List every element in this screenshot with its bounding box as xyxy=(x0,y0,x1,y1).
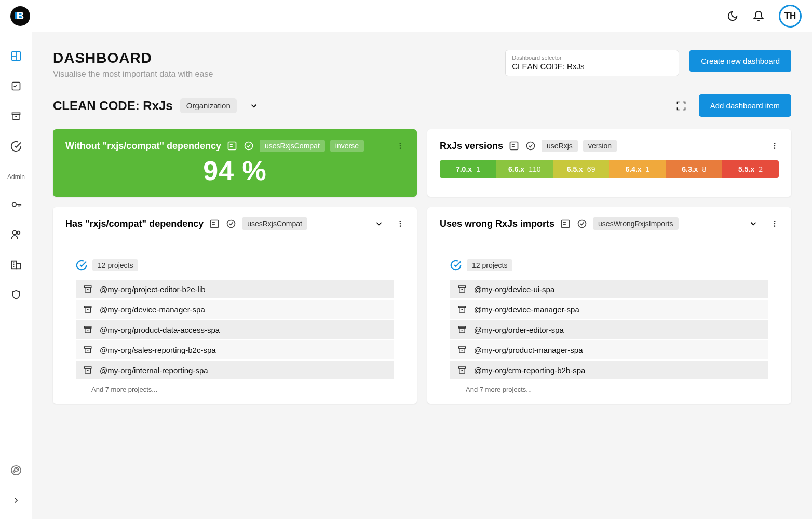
version-segment[interactable]: 6.5.x69 xyxy=(553,160,610,178)
list-icon xyxy=(226,140,238,152)
tag: inverse xyxy=(330,140,364,152)
nav-wrench-icon[interactable] xyxy=(8,462,24,479)
version-segment[interactable]: 5.5.x2 xyxy=(722,160,779,178)
svg-point-19 xyxy=(245,142,252,150)
svg-point-55 xyxy=(578,220,586,228)
scope-dropdown-icon[interactable] xyxy=(249,101,259,111)
user-avatar[interactable]: TH xyxy=(779,5,802,28)
header-row: DASHBOARD Visualise the most important d… xyxy=(53,50,791,79)
project-item[interactable]: @my-org/internal-reporting-spa xyxy=(76,361,394,379)
card-menu-icon[interactable] xyxy=(770,141,779,151)
tag: version xyxy=(583,140,617,152)
title-right: Add dashboard item xyxy=(676,94,791,117)
project-list: @my-org/device-ui-spa@my-org/device-mana… xyxy=(450,280,768,379)
check-circle-icon xyxy=(525,140,536,152)
archive-icon xyxy=(83,345,92,354)
svg-rect-23 xyxy=(510,142,518,150)
nav-dashboard-icon[interactable] xyxy=(8,48,24,64)
selector-label: Dashboard selector xyxy=(512,54,672,61)
version-segment[interactable]: 6.3.x8 xyxy=(666,160,722,178)
nav-check-circle-icon[interactable] xyxy=(8,138,24,155)
version-segment[interactable]: 7.0.x1 xyxy=(440,160,496,178)
sidebar-expand-icon[interactable] xyxy=(8,492,24,509)
project-item[interactable]: @my-org/product-manager-spa xyxy=(450,340,768,359)
main-content: DASHBOARD Visualise the most important d… xyxy=(32,32,812,519)
card-menu-icon[interactable] xyxy=(396,141,404,151)
archive-icon xyxy=(457,345,467,354)
check-circle-icon xyxy=(243,140,254,152)
svg-point-8 xyxy=(13,231,17,235)
project-item[interactable]: @my-org/order-editor-spa xyxy=(450,320,768,339)
card-title: Has "rxjs/compat" dependency xyxy=(65,218,204,229)
nav-checklist-icon[interactable] xyxy=(8,78,24,94)
archive-icon xyxy=(83,284,92,294)
fullscreen-icon[interactable] xyxy=(676,101,686,111)
create-dashboard-button[interactable]: Create new dashboard xyxy=(689,50,791,72)
scope-chip: Organization xyxy=(180,98,237,113)
card-without-compat: Without "rxjs/compat" dependency usesRxj… xyxy=(53,129,417,197)
card-header: Without "rxjs/compat" dependency usesRxj… xyxy=(65,140,404,152)
version-label: 6.3.x xyxy=(682,165,698,173)
svg-point-57 xyxy=(774,223,776,225)
project-name: @my-org/internal-reporting-spa xyxy=(100,366,208,375)
card-header: Has "rxjs/compat" dependency usesRxjsCom… xyxy=(65,217,404,230)
project-name: @my-org/crm-reporting-b2b-spa xyxy=(474,366,585,375)
project-item[interactable]: @my-org/sales-reporting-b2c-spa xyxy=(76,340,394,359)
version-label: 5.5.x xyxy=(738,165,754,173)
logo-letter: B xyxy=(17,10,24,22)
version-count: 69 xyxy=(587,165,596,173)
nav-archive-icon[interactable] xyxy=(8,108,24,125)
version-segment[interactable]: 6.6.x110 xyxy=(496,160,553,178)
project-count-row: 12 projects xyxy=(76,259,394,271)
nav-shield-icon[interactable] xyxy=(8,286,24,303)
chevron-down-icon[interactable] xyxy=(374,219,384,228)
project-list: @my-org/project-editor-b2e-lib@my-org/de… xyxy=(76,280,394,379)
page-subtitle: Visualise the most important data with e… xyxy=(53,70,213,79)
project-item[interactable]: @my-org/project-editor-b2e-lib xyxy=(76,280,394,298)
version-label: 6.4.x xyxy=(625,165,641,173)
version-segment[interactable]: 6.4.x1 xyxy=(609,160,666,178)
card-rxjs-versions: RxJs versions useRxjs version 7.0.x16.6.… xyxy=(427,129,791,197)
percentage-value: 94 % xyxy=(65,155,404,186)
avatar-initials: TH xyxy=(784,11,796,21)
nav-users-icon[interactable] xyxy=(8,226,24,243)
archive-icon xyxy=(83,365,92,375)
version-bar: 7.0.x16.6.x1106.5.x696.4.x16.3.x85.5.x2 xyxy=(440,160,779,178)
dashboard-selector[interactable]: Dashboard selector CLEAN CODE: RxJs xyxy=(505,50,679,76)
project-item[interactable]: @my-org/device-manager-spa xyxy=(76,300,394,319)
project-item[interactable]: @my-org/device-ui-spa xyxy=(450,280,768,298)
chevron-down-icon[interactable] xyxy=(749,219,758,228)
nav-building-icon[interactable] xyxy=(8,256,24,273)
page-title: DASHBOARD xyxy=(53,50,213,66)
list-icon xyxy=(560,218,571,229)
project-name: @my-org/device-manager-spa xyxy=(474,305,579,314)
svg-rect-52 xyxy=(562,220,570,228)
card-menu-icon[interactable] xyxy=(396,218,404,229)
app-logo[interactable]: B xyxy=(10,6,30,26)
project-name: @my-org/product-data-access-spa xyxy=(100,325,220,334)
svg-rect-11 xyxy=(17,263,20,269)
check-circle-icon xyxy=(576,218,588,229)
project-item[interactable]: @my-org/device-manager-spa xyxy=(450,300,768,319)
theme-toggle-icon[interactable] xyxy=(727,10,738,22)
tag: usesWrongRxjsImports xyxy=(593,217,678,230)
project-item[interactable]: @my-org/crm-reporting-b2b-spa xyxy=(450,361,768,379)
check-circle-blue-icon xyxy=(76,260,87,271)
topbar-right: TH xyxy=(727,5,802,28)
card-header: Uses wrong RxJs imports usesWrongRxjsImp… xyxy=(440,217,779,230)
topbar: B TH xyxy=(0,0,812,32)
project-item[interactable]: @my-org/product-data-access-spa xyxy=(76,320,394,339)
bell-icon[interactable] xyxy=(753,10,764,22)
card-title: RxJs versions xyxy=(440,141,503,152)
card-menu-icon[interactable] xyxy=(770,218,779,229)
selector-value: CLEAN CODE: RxJs xyxy=(512,62,672,71)
card-has-compat: Has "rxjs/compat" dependency usesRxjsCom… xyxy=(53,207,417,404)
archive-icon xyxy=(83,305,92,314)
svg-point-34 xyxy=(400,221,401,222)
svg-rect-30 xyxy=(211,220,219,228)
nav-key-icon[interactable] xyxy=(8,196,24,213)
card-body: 12 projects @my-org/device-ui-spa@my-org… xyxy=(440,259,779,393)
project-name: @my-org/device-manager-spa xyxy=(100,305,205,314)
svg-point-29 xyxy=(774,147,776,149)
add-dashboard-item-button[interactable]: Add dashboard item xyxy=(699,94,791,117)
